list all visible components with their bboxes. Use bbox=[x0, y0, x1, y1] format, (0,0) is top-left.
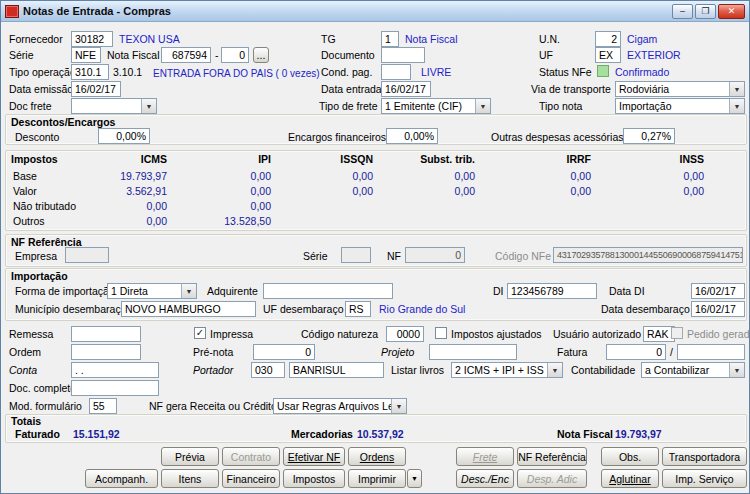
nota-fiscal-sub-input[interactable]: 0 bbox=[221, 47, 249, 63]
obs-button[interactable]: Obs. bbox=[601, 447, 659, 466]
data-di-input[interactable]: 16/02/17 bbox=[691, 283, 745, 299]
acompanh-button[interactable]: Acompanh. bbox=[85, 469, 158, 488]
projeto-label: Projeto bbox=[381, 346, 414, 359]
nota-fiscal-browse-button[interactable]: ... bbox=[253, 47, 269, 63]
chevron-down-icon[interactable]: ▼ bbox=[181, 284, 196, 298]
impostos-cell: 3.562,91 bbox=[87, 185, 167, 197]
minimize-button[interactable]: – bbox=[672, 4, 693, 19]
uf-input[interactable]: EX bbox=[595, 47, 621, 63]
empresa-input[interactable] bbox=[65, 247, 109, 263]
conta-input[interactable]: . . bbox=[71, 362, 159, 378]
tipo-operacao-input[interactable]: 310.1 bbox=[71, 64, 109, 80]
financeiro-button[interactable]: Financeiro bbox=[222, 469, 280, 488]
chevron-down-icon[interactable]: ▼ bbox=[391, 399, 406, 413]
nota-fiscal-dash: - bbox=[215, 49, 219, 62]
previa-button[interactable]: Prévia bbox=[161, 447, 219, 466]
ordem-input[interactable] bbox=[71, 344, 141, 360]
nf-ref-nf-input[interactable]: 0 bbox=[405, 247, 465, 263]
fatura-sub-input[interactable] bbox=[677, 344, 745, 360]
impostos-row-label: Outros bbox=[13, 215, 45, 228]
portador-name-input[interactable]: BANRISUL bbox=[289, 362, 384, 378]
transportadora-button[interactable]: Transportadora bbox=[662, 447, 747, 466]
tipo-nota-select[interactable]: Importação ▼ bbox=[615, 98, 745, 114]
totais-group-title: Totais bbox=[11, 415, 41, 427]
doc-completo-input[interactable] bbox=[71, 380, 159, 396]
contabilidade-select[interactable]: a Contabilizar ▼ bbox=[641, 362, 745, 378]
impressa-checkbox[interactable]: ✓ bbox=[194, 327, 206, 339]
projeto-input[interactable] bbox=[429, 344, 517, 360]
impostos-cell: 0,00 bbox=[191, 170, 271, 182]
efetivar-nf-button[interactable]: Efetivar NF bbox=[283, 447, 345, 466]
imp-servico-button[interactable]: Imp. Serviço bbox=[662, 469, 747, 488]
chevron-down-icon[interactable]: ▼ bbox=[729, 82, 744, 96]
municipio-desembaraco-input[interactable]: NOVO HAMBURGO bbox=[121, 301, 256, 317]
outras-despesas-input[interactable]: 0,27% bbox=[623, 128, 675, 144]
nf-referencia-button[interactable]: NF Referência bbox=[517, 447, 587, 466]
nf-gera-select[interactable]: Usar Regras Arquivos Legais ▼ bbox=[273, 398, 407, 414]
data-entrada-input[interactable]: 16/02/17 bbox=[381, 81, 431, 97]
impostos-col-header: IRRF bbox=[511, 153, 591, 165]
desconto-input[interactable]: 0,00% bbox=[98, 128, 150, 144]
tipo-nota-value: Importação bbox=[616, 99, 729, 113]
itens-button[interactable]: Itens bbox=[161, 469, 219, 488]
data-desembaraco-input[interactable]: 16/02/17 bbox=[691, 301, 745, 317]
documento-input[interactable] bbox=[381, 47, 425, 63]
fornecedor-input[interactable]: 30182 bbox=[71, 31, 113, 47]
impostos-button[interactable]: Impostos bbox=[283, 469, 345, 488]
desc-enc-button[interactable]: Desc./Enc bbox=[456, 469, 514, 488]
chevron-down-icon[interactable]: ▼ bbox=[729, 99, 744, 113]
nota-fiscal-input[interactable]: 687594 bbox=[161, 47, 211, 63]
tipo-frete-select[interactable]: 1 Emitente (CIF) ▼ bbox=[381, 98, 491, 114]
adquirente-label: Adquirente bbox=[207, 285, 258, 298]
chevron-down-icon[interactable]: ▼ bbox=[141, 99, 156, 113]
pre-nota-input[interactable]: 0 bbox=[253, 344, 315, 360]
data-emissao-input[interactable]: 16/02/17 bbox=[71, 81, 121, 97]
aglutinar-button[interactable]: Aglutinar bbox=[601, 469, 659, 488]
close-button[interactable]: ✕ bbox=[718, 4, 745, 19]
nota-fiscal-total-label: Nota Fiscal bbox=[557, 428, 613, 441]
un-input[interactable]: 2 bbox=[595, 31, 621, 47]
nf-gera-label: NF gera Receita ou Crédito bbox=[149, 400, 277, 413]
uf-desembaraco-input[interactable]: RS bbox=[345, 301, 371, 317]
cond-pag-input[interactable] bbox=[381, 64, 411, 80]
via-transporte-select[interactable]: Rodoviária ▼ bbox=[615, 81, 745, 97]
impostos-cell: 0,00 bbox=[191, 185, 271, 197]
mercadorias-label: Mercadorias bbox=[291, 428, 353, 441]
imprimir-button[interactable]: Imprimir bbox=[348, 469, 406, 488]
di-input[interactable]: 123456789 bbox=[507, 283, 597, 299]
doc-frete-label: Doc frete bbox=[9, 100, 52, 113]
fatura-input[interactable]: 0 bbox=[606, 344, 666, 360]
tipo-frete-label: Tipo de frete bbox=[319, 100, 378, 113]
nf-gera-value: Usar Regras Arquivos Legais bbox=[274, 399, 391, 413]
ordens-button[interactable]: Ordens bbox=[348, 447, 406, 466]
encargos-input[interactable]: 0,00% bbox=[386, 128, 438, 144]
impostos-cell: 0,00 bbox=[87, 200, 167, 212]
pre-nota-label: Pré-nota bbox=[193, 346, 233, 359]
codigo-nfe-input[interactable]: 4317029357881300014455069000687594147512… bbox=[553, 247, 743, 263]
pedido-gerado-label: Pedido gerado bbox=[687, 328, 750, 341]
mod-formulario-input[interactable]: 55 bbox=[89, 398, 117, 414]
chevron-down-icon[interactable]: ▼ bbox=[547, 363, 562, 377]
maximize-button[interactable]: ❐ bbox=[695, 4, 716, 19]
status-nfe-indicator bbox=[597, 65, 609, 77]
impostos-ajustados-checkbox[interactable] bbox=[435, 327, 447, 339]
tg-input[interactable]: 1 bbox=[381, 31, 399, 47]
nota-fiscal-total-value: 19.793,97 bbox=[615, 428, 662, 441]
doc-frete-select[interactable]: ▼ bbox=[71, 98, 157, 114]
chevron-down-icon[interactable]: ▼ bbox=[729, 363, 744, 377]
serie-input[interactable]: NFE bbox=[71, 47, 101, 63]
imprimir-dropdown-button[interactable]: ▼ bbox=[407, 469, 422, 488]
impostos-ajustados-label: Impostos ajustados bbox=[451, 328, 541, 341]
listar-livros-value: 2 ICMS + IPI + ISS bbox=[452, 363, 547, 377]
adquirente-input[interactable] bbox=[263, 283, 393, 299]
serie-label: Série bbox=[9, 49, 34, 62]
window-controls: – ❐ ✕ bbox=[672, 4, 745, 19]
remessa-input[interactable] bbox=[71, 326, 141, 342]
codigo-natureza-input[interactable]: 0000 bbox=[386, 326, 424, 342]
impostos-col-header: INSS bbox=[624, 153, 704, 165]
nf-ref-serie-input[interactable] bbox=[341, 247, 371, 263]
portador-input[interactable]: 030 bbox=[251, 362, 285, 378]
listar-livros-select[interactable]: 2 ICMS + IPI + ISS ▼ bbox=[451, 362, 563, 378]
forma-importacao-select[interactable]: 1 Direta ▼ bbox=[107, 283, 197, 299]
chevron-down-icon[interactable]: ▼ bbox=[475, 99, 490, 113]
